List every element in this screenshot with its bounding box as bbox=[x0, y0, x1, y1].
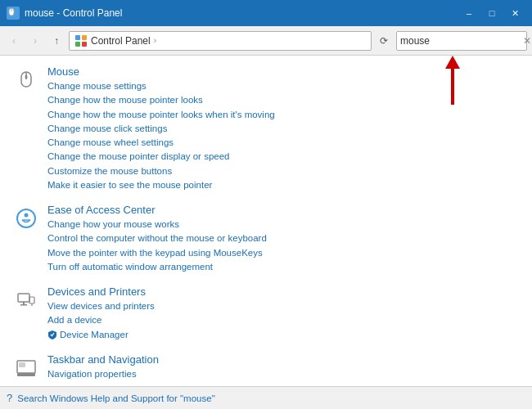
close-button[interactable]: ✕ bbox=[504, 5, 525, 21]
search-clear-button[interactable]: ✕ bbox=[523, 35, 531, 47]
devices-title[interactable]: Devices and Printers bbox=[47, 285, 519, 298]
category-mouse: Mouse Change mouse settings Change how t… bbox=[13, 65, 519, 192]
ease-icon bbox=[13, 205, 39, 231]
help-icon: ? bbox=[7, 392, 12, 404]
window-controls: – □ ✕ bbox=[458, 5, 525, 21]
devices-content: Devices and Printers View devices and pr… bbox=[47, 285, 519, 342]
mouse-link-5[interactable]: Change the mouse pointer display or spee… bbox=[47, 150, 519, 164]
taskbar-icon bbox=[13, 355, 39, 381]
devices-link-2[interactable]: Device Manager bbox=[47, 328, 519, 342]
mouse-link-2[interactable]: Change how the mouse pointer looks when … bbox=[47, 108, 519, 122]
ease-title[interactable]: Ease of Access Center bbox=[47, 204, 519, 216]
mouse-link-7[interactable]: Make it easier to see the mouse pointer bbox=[47, 178, 519, 192]
ease-link-3[interactable]: Turn off automatic window arrangement bbox=[47, 260, 519, 274]
up-button[interactable]: ↑ bbox=[47, 32, 65, 50]
svg-point-8 bbox=[25, 75, 28, 79]
address-bar: ‹ › ↑ Control Panel › ⟳ ✕ bbox=[0, 26, 532, 56]
search-box[interactable]: ✕ bbox=[396, 31, 527, 51]
svg-rect-15 bbox=[29, 297, 34, 303]
forward-button[interactable]: › bbox=[26, 32, 44, 50]
ease-content: Ease of Access Center Change how your mo… bbox=[47, 204, 519, 274]
red-arrow bbox=[445, 56, 460, 105]
refresh-button[interactable]: ⟳ bbox=[375, 32, 393, 50]
svg-rect-2 bbox=[75, 35, 80, 40]
svg-rect-3 bbox=[82, 35, 87, 40]
svg-rect-19 bbox=[19, 362, 25, 367]
mouse-link-4[interactable]: Change mouse wheel settings bbox=[47, 136, 519, 150]
status-bar: ? Search Windows Help and Support for "m… bbox=[0, 386, 532, 409]
path-segment: Control Panel bbox=[91, 35, 151, 47]
category-taskbar: Taskbar and Navigation Navigation proper… bbox=[13, 353, 519, 381]
minimize-button[interactable]: – bbox=[458, 5, 480, 21]
svg-rect-18 bbox=[17, 373, 35, 376]
devices-icon bbox=[13, 287, 39, 313]
svg-rect-14 bbox=[20, 304, 27, 306]
search-input[interactable] bbox=[400, 35, 523, 47]
svg-rect-13 bbox=[23, 302, 25, 304]
taskbar-title[interactable]: Taskbar and Navigation bbox=[47, 353, 519, 366]
mouse-link-3[interactable]: Change mouse click settings bbox=[47, 122, 519, 136]
devices-link-1[interactable]: Add a device bbox=[47, 313, 519, 327]
path-chevron: › bbox=[154, 36, 156, 45]
control-panel-icon bbox=[74, 34, 88, 47]
ease-link-2[interactable]: Move the pointer with the keypad using M… bbox=[47, 246, 519, 260]
svg-rect-4 bbox=[75, 42, 80, 47]
app-icon bbox=[7, 7, 20, 20]
content-area: Mouse Change mouse settings Change how t… bbox=[0, 56, 532, 386]
arrow-head bbox=[445, 56, 460, 69]
devices-link-0[interactable]: View devices and printers bbox=[47, 299, 519, 313]
taskbar-content: Taskbar and Navigation Navigation proper… bbox=[47, 353, 519, 381]
category-devices: Devices and Printers View devices and pr… bbox=[13, 285, 519, 342]
window-title: mouse - Control Panel bbox=[25, 7, 458, 19]
status-text[interactable]: Search Windows Help and Support for "mou… bbox=[17, 393, 214, 403]
svg-rect-5 bbox=[82, 42, 87, 47]
shield-icon bbox=[47, 330, 57, 339]
ease-link-0[interactable]: Change how your mouse works bbox=[47, 218, 519, 231]
address-path[interactable]: Control Panel › bbox=[69, 31, 372, 51]
svg-rect-12 bbox=[18, 294, 29, 302]
main-window: mouse - Control Panel – □ ✕ ‹ › ↑ Contro… bbox=[0, 0, 532, 409]
category-ease: Ease of Access Center Change how your mo… bbox=[13, 204, 519, 274]
svg-point-10 bbox=[25, 213, 29, 218]
svg-point-9 bbox=[17, 209, 35, 227]
arrow-line bbox=[451, 69, 454, 105]
maximize-button[interactable]: □ bbox=[481, 5, 503, 21]
taskbar-link-0[interactable]: Navigation properties bbox=[47, 367, 519, 381]
back-button[interactable]: ‹ bbox=[5, 32, 23, 50]
title-bar: mouse - Control Panel – □ ✕ bbox=[0, 0, 532, 26]
mouse-link-6[interactable]: Customize the mouse buttons bbox=[47, 164, 519, 178]
mouse-icon bbox=[13, 67, 39, 93]
ease-link-1[interactable]: Control the computer without the mouse o… bbox=[47, 231, 519, 245]
